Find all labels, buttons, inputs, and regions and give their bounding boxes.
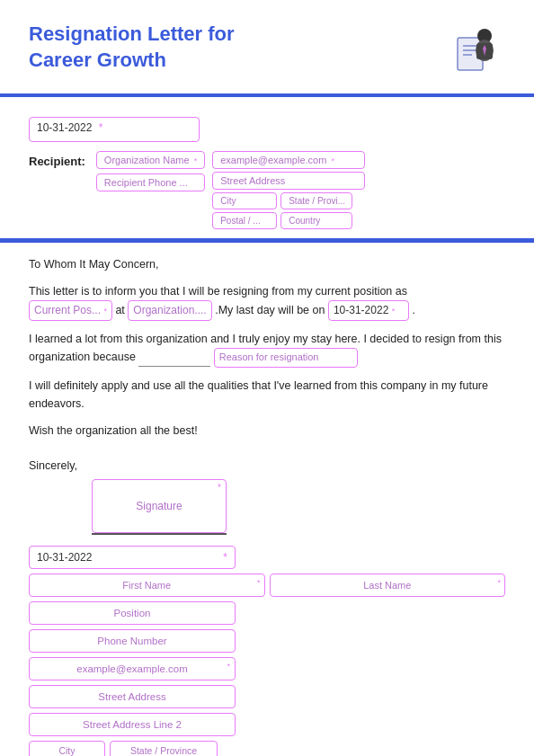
- city-placeholder: City: [58, 745, 75, 756]
- recipient-city-field[interactable]: City: [212, 192, 277, 209]
- name-row: First Name Last Name: [29, 574, 505, 597]
- greeting-para: To Whom It May Concern,: [29, 255, 505, 273]
- recipient-address-row: City State / Provi...: [212, 192, 505, 209]
- current-position-field[interactable]: Current Pos...: [29, 300, 112, 321]
- signature-required-star: *: [218, 483, 221, 493]
- para2: I learned a lot from this organization a…: [29, 330, 505, 368]
- person-document-icon: [447, 22, 501, 84]
- recipient-email-field[interactable]: example@example.com: [212, 151, 365, 169]
- last-name-field[interactable]: Last Name: [270, 574, 506, 597]
- header-icon-area: [442, 22, 505, 84]
- sincerely-text: Sincerely,: [29, 459, 505, 472]
- header-title: Resignation Letter for Career Growth: [29, 22, 442, 73]
- street-address2-field[interactable]: Street Address Line 2: [29, 713, 236, 736]
- recipient-right: example@example.com Street Address City …: [212, 151, 505, 229]
- first-name-field[interactable]: First Name: [29, 574, 265, 597]
- city-state-row: City State / Province: [29, 741, 505, 756]
- recipient-postal-row: Postal / ... Country: [212, 212, 505, 229]
- date-bottom-field[interactable]: 10-31-2022 *: [29, 546, 236, 569]
- last-day-date-field[interactable]: 10-31-2022: [328, 300, 409, 321]
- recipient-street-field[interactable]: Street Address: [212, 172, 365, 190]
- signature-section: Sincerely, * Signature: [0, 449, 534, 535]
- date-top-field[interactable]: 10-31-2022 *: [29, 117, 200, 142]
- org-inline-field[interactable]: Organization....: [128, 300, 211, 321]
- recipient-left: Organization Name Recipient Phone ...: [96, 151, 205, 191]
- para4-text: Wish the organization all the best!: [29, 424, 198, 437]
- recipient-row: Recipient: Organization Name Recipient P…: [29, 151, 505, 229]
- header: Resignation Letter for Career Growth: [0, 0, 534, 97]
- para1: This letter is to inform you that I will…: [29, 282, 505, 321]
- first-name-placeholder: First Name: [122, 580, 171, 591]
- at-text: at: [115, 304, 124, 316]
- recipient-state-field[interactable]: State / Provi...: [280, 192, 352, 209]
- letter-body: To Whom It May Concern, This letter is t…: [0, 243, 534, 440]
- email-field[interactable]: example@example.com: [29, 657, 236, 680]
- state-field[interactable]: State / Province: [110, 741, 218, 756]
- city-field[interactable]: City: [29, 741, 105, 756]
- phone-placeholder: Phone Number: [97, 636, 166, 646]
- email-placeholder: example@example.com: [76, 663, 188, 674]
- para4: Wish the organization all the best!: [29, 422, 505, 440]
- recipient-label: Recipient:: [29, 151, 85, 168]
- bottom-fields: 10-31-2022 * First Name Last Name Positi…: [0, 535, 534, 756]
- para3: I will definitely apply and use all the …: [29, 377, 505, 413]
- phone-field[interactable]: Phone Number: [29, 629, 236, 653]
- recipient-country-field[interactable]: Country: [280, 212, 352, 229]
- required-star: *: [99, 121, 103, 134]
- position-placeholder: Position: [114, 608, 151, 618]
- para3-text: I will definitely apply and use all the …: [29, 379, 488, 410]
- date-required-star: *: [223, 551, 227, 564]
- last-day-text: .My last day will be on: [215, 304, 325, 316]
- last-name-placeholder: Last Name: [363, 580, 411, 591]
- para1-text: This letter is to inform you that I will…: [29, 285, 407, 298]
- position-field[interactable]: Position: [29, 601, 236, 625]
- reason-underline: [138, 349, 210, 367]
- street-address-placeholder: Street Address: [98, 691, 165, 702]
- signature-placeholder: Signature: [136, 500, 182, 512]
- recipient-phone-field[interactable]: Recipient Phone ...: [96, 173, 205, 191]
- form-section: 10-31-2022 * Recipient: Organization Nam…: [0, 97, 534, 229]
- greeting-text: To Whom It May Concern,: [29, 258, 159, 271]
- street-address2-placeholder: Street Address Line 2: [83, 719, 182, 730]
- page-title: Resignation Letter for Career Growth: [29, 22, 442, 73]
- date-bottom-value: 10-31-2022: [37, 551, 92, 564]
- state-placeholder: State / Province: [130, 745, 197, 756]
- street-address-field[interactable]: Street Address: [29, 685, 236, 708]
- reason-field[interactable]: Reason for resignation: [214, 348, 358, 368]
- signature-field[interactable]: * Signature: [92, 479, 227, 533]
- recipient-postal-field[interactable]: Postal / ...: [212, 212, 277, 229]
- org-name-field[interactable]: Organization Name: [96, 151, 205, 169]
